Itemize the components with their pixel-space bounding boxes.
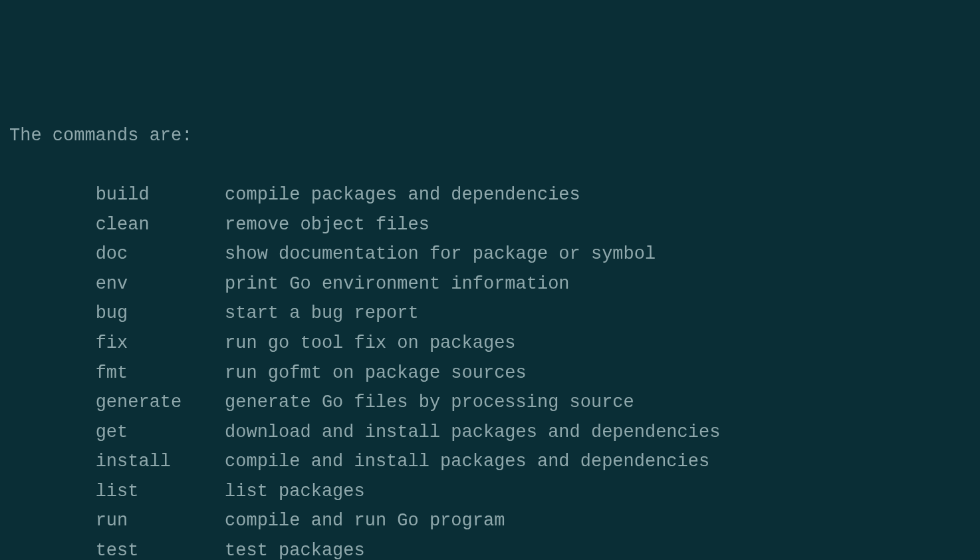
command-name: fix: [96, 333, 225, 353]
command-row: list list packages: [9, 477, 971, 507]
command-row: run compile and run Go program: [9, 506, 971, 536]
command-name: build: [96, 185, 225, 205]
command-desc: test packages: [225, 541, 365, 560]
command-list: build compile packages and dependencies …: [9, 180, 971, 560]
command-name: test: [96, 541, 225, 560]
command-desc: show documentation for package or symbol: [225, 244, 656, 264]
command-desc: run gofmt on package sources: [225, 363, 527, 383]
command-row: env print Go environment information: [9, 269, 971, 299]
command-desc: compile and install packages and depende…: [225, 452, 709, 472]
command-desc: list packages: [225, 482, 365, 501]
command-row: doc show documentation for package or sy…: [9, 239, 971, 269]
command-name: doc: [96, 244, 225, 264]
command-name: clean: [96, 215, 225, 235]
command-name: install: [96, 452, 225, 472]
command-name: list: [96, 482, 225, 501]
command-row: clean remove object files: [9, 210, 971, 240]
command-desc: generate Go files by processing source: [225, 392, 634, 412]
terminal-output: The commands are: build compile packages…: [9, 121, 971, 560]
command-row: install compile and install packages and…: [9, 447, 971, 477]
command-desc: print Go environment information: [225, 274, 569, 294]
command-desc: download and install packages and depend…: [225, 422, 720, 442]
command-row: test test packages: [9, 536, 971, 560]
command-row: build compile packages and dependencies: [9, 180, 971, 210]
command-desc: remove object files: [225, 215, 429, 235]
command-row: fmt run gofmt on package sources: [9, 358, 971, 388]
command-name: run: [96, 511, 225, 531]
command-desc: compile and run Go program: [225, 511, 505, 531]
command-name: env: [96, 274, 225, 294]
command-desc: run go tool fix on packages: [225, 333, 515, 353]
command-row: fix run go tool fix on packages: [9, 329, 971, 358]
blank-line: [9, 151, 971, 181]
command-desc: start a bug report: [225, 303, 419, 323]
command-name: bug: [96, 303, 225, 323]
command-name: generate: [96, 392, 225, 412]
commands-header: The commands are:: [9, 121, 971, 151]
command-name: get: [96, 422, 225, 442]
command-row: get download and install packages and de…: [9, 418, 971, 448]
command-desc: compile packages and dependencies: [225, 185, 580, 205]
command-row: generate generate Go files by processing…: [9, 388, 971, 418]
command-name: fmt: [96, 363, 225, 383]
command-row: bug start a bug report: [9, 299, 971, 329]
